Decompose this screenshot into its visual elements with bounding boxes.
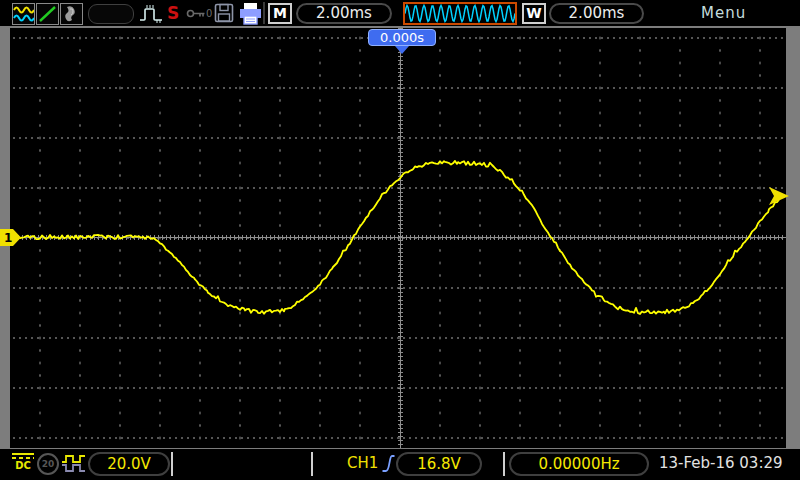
datetime-label: 13-Feb-16 03:29 (659, 454, 783, 472)
coupling-indicator[interactable]: DC (12, 453, 34, 471)
window-timebase-badge[interactable]: W (522, 3, 546, 24)
trigger-level-value[interactable]: 16.8V (396, 452, 482, 476)
empty-status-slot (88, 4, 134, 24)
trigger-position-label[interactable]: 0.000s (368, 29, 436, 46)
channels-waveforms-icon (13, 4, 34, 24)
bottombar-divider (171, 452, 173, 476)
menu-button[interactable]: Menu (701, 4, 746, 22)
dc-symbol-line (12, 453, 34, 455)
main-timebase-badge[interactable]: M (268, 3, 292, 24)
topbar-divider (263, 2, 265, 24)
preview-sine-icon (405, 4, 515, 23)
ch1-squarewave-icon[interactable] (61, 453, 87, 474)
ramp-icon[interactable] (36, 3, 59, 25)
oscilloscope-screen: S 0 M 2.00ms W 2.00ms Menu (0, 0, 800, 480)
main-timebase-value[interactable]: 2.00ms (296, 3, 392, 24)
waveform-preview[interactable] (403, 2, 517, 25)
thumbnail-icon[interactable] (60, 3, 83, 25)
rising-edge-icon (381, 452, 396, 475)
save-floppy-icon[interactable] (214, 3, 234, 23)
coupling-label: DC (15, 460, 31, 471)
gray-blob-icon (61, 4, 82, 24)
bottom-status-bar: DC 20 20.0V CH1 16.8V 0.00000Hz 13-Feb-1… (0, 449, 800, 480)
burst-trigger-icon (138, 4, 164, 23)
keylock-count: 0 (206, 8, 212, 19)
green-ramp-icon (37, 4, 58, 24)
channels-icon[interactable] (12, 3, 35, 25)
frequency-counter: 0.00000Hz (509, 452, 649, 476)
dc-symbol-dashes (12, 457, 34, 459)
bottombar-divider (503, 452, 505, 476)
print-icon[interactable] (238, 2, 263, 25)
bottombar-divider (311, 452, 313, 476)
window-timebase-value[interactable]: 2.00ms (549, 3, 644, 24)
trigger-position-arrow-icon[interactable] (395, 46, 409, 54)
vertical-center-axis (398, 28, 403, 448)
bandwidth-limit-indicator[interactable]: 20 (37, 453, 59, 475)
top-status-bar: S 0 M 2.00ms W 2.00ms Menu (0, 0, 800, 26)
keylock-icon: 0 (186, 7, 214, 20)
trigger-source-label: CH1 (347, 454, 378, 472)
ch1-volts-per-div[interactable]: 20.0V (88, 452, 170, 476)
graticule (0, 26, 800, 450)
stop-indicator: S (167, 3, 179, 23)
